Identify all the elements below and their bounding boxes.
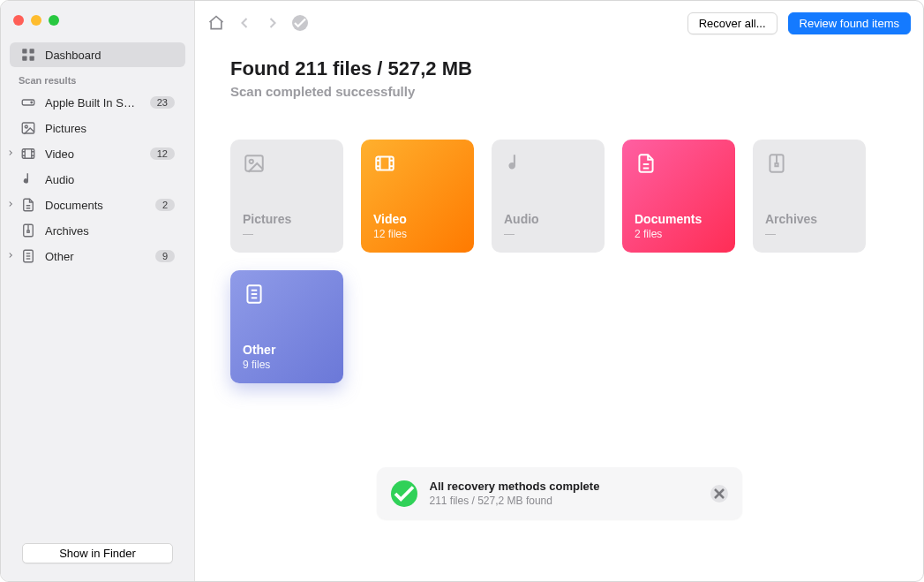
sidebar-item-label: Video: [45, 147, 141, 161]
toolbar: Recover all... Review found items: [195, 1, 923, 45]
nav-forward-icon[interactable]: [264, 14, 282, 32]
count-badge: 23: [150, 96, 175, 109]
sidebar-item-dashboard[interactable]: Dashboard: [10, 42, 185, 67]
document-icon: [20, 197, 36, 213]
sidebar-item-apple-built-in-sdx[interactable]: Apple Built In SDX...23: [10, 90, 185, 115]
svg-rect-24: [245, 155, 263, 170]
check-circle-icon: [391, 480, 417, 507]
sidebar-item-documents[interactable]: Documents2: [10, 193, 185, 217]
count-badge: 2: [155, 199, 175, 211]
tile-title: Archives: [765, 212, 853, 226]
document-icon: [635, 152, 657, 175]
toast-message: All recovery methods complete 211 files …: [430, 480, 600, 507]
svg-point-5: [31, 102, 33, 103]
svg-rect-0: [22, 49, 26, 53]
other-icon: [20, 248, 36, 264]
zoom-window-button[interactable]: [49, 15, 59, 26]
archive-icon: [20, 223, 36, 238]
completion-toast: All recovery methods complete 211 files …: [377, 467, 742, 519]
tile-audio[interactable]: Audio—: [492, 140, 605, 253]
sidebar-footer: Show in Finder: [1, 543, 194, 572]
sidebar-item-label: Pictures: [45, 122, 175, 135]
archive-icon: [765, 152, 788, 175]
page-headline: Found 211 files / 527,2 MB: [230, 57, 888, 80]
svg-rect-37: [775, 163, 778, 166]
svg-rect-26: [376, 156, 394, 170]
tile-pictures[interactable]: Pictures—: [230, 140, 343, 253]
tile-title: Other: [243, 343, 331, 357]
count-badge: 9: [155, 250, 175, 262]
minimize-window-button[interactable]: [31, 15, 41, 26]
sidebar-item-archives[interactable]: Archives: [10, 218, 185, 243]
chevron-right-icon[interactable]: [6, 148, 15, 159]
window-controls: [1, 10, 194, 42]
page-subhead: Scan completed successfully: [230, 84, 888, 99]
svg-rect-2: [22, 57, 26, 61]
tile-other[interactable]: Other9 files: [230, 270, 343, 383]
grid-icon: [20, 47, 36, 63]
review-found-items-button[interactable]: Review found items: [788, 12, 911, 34]
svg-rect-8: [22, 149, 34, 159]
select-check-icon[interactable]: [292, 15, 308, 31]
tile-title: Documents: [635, 212, 723, 226]
audio-icon: [504, 152, 527, 175]
svg-rect-1: [30, 49, 34, 53]
tile-title: Audio: [504, 212, 592, 226]
tile-subtitle: 12 files: [373, 228, 462, 240]
chevron-right-icon[interactable]: [6, 251, 15, 261]
sidebar-item-label: Documents: [45, 199, 146, 212]
recover-all-button[interactable]: Recover all...: [687, 12, 778, 34]
tile-documents[interactable]: Documents2 files: [622, 140, 735, 253]
tile-subtitle: —: [243, 228, 331, 240]
content-area: Found 211 files / 527,2 MB Scan complete…: [195, 45, 923, 383]
sidebar-item-label: Audio: [45, 173, 175, 186]
sidebar-item-label: Other: [45, 250, 146, 263]
tile-video[interactable]: Video12 files: [361, 140, 474, 253]
close-window-button[interactable]: [13, 15, 24, 26]
video-icon: [373, 152, 396, 175]
tile-subtitle: —: [504, 228, 592, 240]
sidebar-item-audio[interactable]: Audio: [10, 167, 185, 192]
toast-close-button[interactable]: [710, 485, 728, 503]
main-area: Recover all... Review found items Found …: [195, 1, 923, 581]
count-badge: 12: [150, 147, 175, 160]
sidebar-item-other[interactable]: Other9: [10, 244, 185, 268]
tile-archives[interactable]: Archives—: [753, 140, 866, 253]
svg-rect-3: [30, 57, 34, 61]
other-icon: [243, 283, 266, 306]
sidebar-item-label: Apple Built In SDX...: [45, 96, 141, 110]
sidebar-item-video[interactable]: Video12: [10, 141, 185, 166]
sidebar-item-label: Archives: [45, 224, 175, 238]
sidebar-section-title: Scan results: [1, 68, 194, 89]
sidebar-item-label: Dashboard: [45, 49, 175, 62]
audio-icon: [20, 171, 36, 187]
svg-point-25: [250, 160, 253, 163]
tile-title: Video: [373, 212, 462, 226]
tile-subtitle: —: [765, 228, 853, 240]
tile-title: Pictures: [243, 212, 331, 226]
picture-icon: [20, 120, 36, 136]
drive-icon: [20, 94, 36, 110]
picture-icon: [243, 152, 266, 175]
sidebar-item-pictures[interactable]: Pictures: [10, 116, 185, 140]
chevron-right-icon[interactable]: [6, 200, 15, 210]
show-in-finder-button[interactable]: Show in Finder: [22, 543, 173, 563]
svg-rect-19: [27, 231, 29, 232]
toast-subtitle: 211 files / 527,2 MB found: [430, 495, 600, 507]
sidebar: Dashboard Scan results Apple Built In SD…: [1, 1, 195, 581]
tile-subtitle: 2 files: [635, 228, 723, 240]
tile-subtitle: 9 files: [243, 359, 331, 371]
video-icon: [20, 146, 36, 162]
nav-back-icon[interactable]: [236, 14, 253, 32]
svg-point-7: [25, 125, 27, 128]
svg-rect-6: [22, 123, 34, 133]
home-icon[interactable]: [207, 14, 225, 32]
toast-title: All recovery methods complete: [430, 480, 600, 493]
